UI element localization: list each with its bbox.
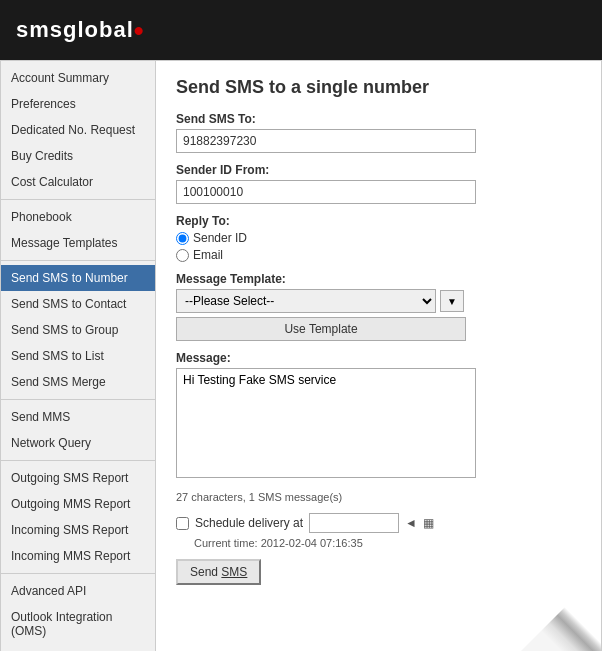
message-textarea[interactable]: Hi Testing Fake SMS service bbox=[176, 368, 476, 478]
sidebar-item-phonebook[interactable]: Phonebook bbox=[1, 204, 155, 230]
current-time: Current time: 2012-02-04 07:16:35 bbox=[194, 537, 581, 549]
sidebar-item-advanced-api[interactable]: Advanced API bbox=[1, 578, 155, 604]
sender-id-group: Sender ID From: bbox=[176, 163, 581, 204]
sidebar-item-preferences[interactable]: Preferences bbox=[1, 91, 155, 117]
send-sms-button[interactable]: Send SMS bbox=[176, 559, 261, 585]
use-template-button[interactable]: Use Template bbox=[176, 317, 466, 341]
sidebar-section-reports: Outgoing SMS Report Outgoing MMS Report … bbox=[1, 465, 155, 569]
send-to-group: Send SMS To: bbox=[176, 112, 581, 153]
template-label: Message Template: bbox=[176, 272, 581, 286]
app-layout: Account Summary Preferences Dedicated No… bbox=[0, 60, 602, 651]
sidebar-divider-2 bbox=[1, 260, 155, 261]
calendar-back-icon[interactable]: ◄ bbox=[405, 516, 417, 530]
logo-text: smsglobal bbox=[16, 17, 134, 42]
send-to-input[interactable] bbox=[176, 129, 476, 153]
send-to-label: Send SMS To: bbox=[176, 112, 581, 126]
sidebar-divider-5 bbox=[1, 573, 155, 574]
reply-email-radio[interactable] bbox=[176, 249, 189, 262]
schedule-checkbox[interactable] bbox=[176, 517, 189, 530]
calendar-icon[interactable]: ▦ bbox=[423, 516, 434, 530]
sidebar-item-cost-calculator[interactable]: Cost Calculator bbox=[1, 169, 155, 195]
reply-sender-id-radio[interactable] bbox=[176, 232, 189, 245]
template-dropdown-button[interactable]: ▼ bbox=[440, 290, 464, 312]
sidebar-item-incoming-mms-report[interactable]: Incoming MMS Report bbox=[1, 543, 155, 569]
template-group: Message Template: --Please Select-- ▼ Us… bbox=[176, 272, 581, 341]
char-count: 27 characters, 1 SMS message(s) bbox=[176, 491, 581, 503]
sidebar-divider-3 bbox=[1, 399, 155, 400]
sidebar-item-network-query[interactable]: Network Query bbox=[1, 430, 155, 456]
reply-to-group: Reply To: Sender ID Email bbox=[176, 214, 581, 262]
schedule-row: Schedule delivery at ◄ ▦ bbox=[176, 513, 581, 533]
schedule-label: Schedule delivery at bbox=[195, 516, 303, 530]
sidebar-item-message-templates[interactable]: Message Templates bbox=[1, 230, 155, 256]
sidebar-divider-4 bbox=[1, 460, 155, 461]
schedule-input[interactable] bbox=[309, 513, 399, 533]
message-label: Message: bbox=[176, 351, 581, 365]
sidebar-item-send-sms-contact[interactable]: Send SMS to Contact bbox=[1, 291, 155, 317]
template-select[interactable]: --Please Select-- bbox=[176, 289, 436, 313]
reply-email-option[interactable]: Email bbox=[176, 248, 581, 262]
sender-id-label: Sender ID From: bbox=[176, 163, 581, 177]
sidebar-divider-1 bbox=[1, 199, 155, 200]
sidebar-section-api: Advanced API Outlook Integration (OMS) bbox=[1, 578, 155, 644]
sidebar-section-account: Account Summary Preferences Dedicated No… bbox=[1, 65, 155, 195]
sidebar: Account Summary Preferences Dedicated No… bbox=[1, 61, 156, 651]
sidebar-section-send: Send SMS to Number Send SMS to Contact S… bbox=[1, 265, 155, 395]
reply-sender-id-option[interactable]: Sender ID bbox=[176, 231, 581, 245]
sidebar-item-send-sms-list[interactable]: Send SMS to List bbox=[1, 343, 155, 369]
message-group: Message: Hi Testing Fake SMS service bbox=[176, 351, 581, 481]
sidebar-item-incoming-sms-report[interactable]: Incoming SMS Report bbox=[1, 517, 155, 543]
sidebar-item-send-sms-merge[interactable]: Send SMS Merge bbox=[1, 369, 155, 395]
header: smsglobal• bbox=[0, 0, 602, 60]
sidebar-item-send-sms-group[interactable]: Send SMS to Group bbox=[1, 317, 155, 343]
sidebar-item-buy-credits[interactable]: Buy Credits bbox=[1, 143, 155, 169]
sidebar-item-outlook-integration[interactable]: Outlook Integration (OMS) bbox=[1, 604, 155, 644]
sidebar-item-send-sms-number[interactable]: Send SMS to Number bbox=[1, 265, 155, 291]
sender-id-input[interactable] bbox=[176, 180, 476, 204]
main-content: Send SMS to a single number Send SMS To:… bbox=[156, 61, 601, 601]
sidebar-item-outgoing-sms-report[interactable]: Outgoing SMS Report bbox=[1, 465, 155, 491]
reply-to-label: Reply To: bbox=[176, 214, 581, 228]
sidebar-item-dedicated-no[interactable]: Dedicated No. Request bbox=[1, 117, 155, 143]
template-select-row: --Please Select-- ▼ bbox=[176, 289, 581, 313]
reply-sender-id-text: Sender ID bbox=[193, 231, 247, 245]
sidebar-item-outgoing-mms-report[interactable]: Outgoing MMS Report bbox=[1, 491, 155, 517]
logo: smsglobal• bbox=[16, 17, 145, 43]
reply-email-text: Email bbox=[193, 248, 223, 262]
logo-dot: • bbox=[134, 15, 145, 46]
sidebar-item-send-mms[interactable]: Send MMS bbox=[1, 404, 155, 430]
sidebar-item-account-summary[interactable]: Account Summary bbox=[1, 65, 155, 91]
sidebar-section-mms: Send MMS Network Query bbox=[1, 404, 155, 456]
reply-to-options: Sender ID Email bbox=[176, 231, 581, 262]
sidebar-section-phonebook: Phonebook Message Templates bbox=[1, 204, 155, 256]
page-title: Send SMS to a single number bbox=[176, 77, 581, 98]
dropdown-arrow-icon: ▼ bbox=[447, 296, 457, 307]
